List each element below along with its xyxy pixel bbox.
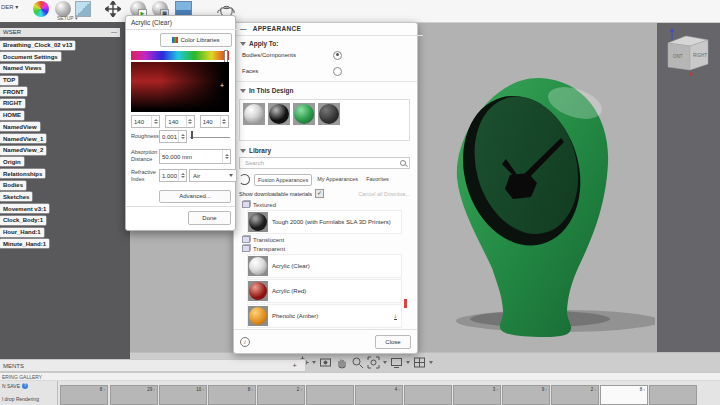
color-picker-marker[interactable]: + [220,83,226,89]
spinner-arrows[interactable] [178,131,186,142]
apply-option[interactable]: Faces [242,66,342,76]
browser-item[interactable]: ⚙ Sketches [0,192,32,201]
chevron-down-icon[interactable] [429,361,433,364]
browser-item[interactable]: ⚙ NamedView_2 [0,146,46,155]
browser-item[interactable]: ⚙ Relationships [0,169,45,178]
library-category[interactable]: Transparent [239,244,410,253]
library-tab[interactable]: Favorites [363,174,392,186]
viewports-icon[interactable] [413,356,426,369]
chevron-down-icon[interactable] [383,361,387,364]
spinner-arrows[interactable] [151,116,159,127]
library-tab[interactable]: Fusion Appearances [254,174,312,186]
browser-item[interactable]: ⚙ Hour_Hand:1 [0,228,44,237]
done-button[interactable]: Done [188,211,231,225]
gallery-thumb[interactable]: 8 [60,385,108,405]
add-comment-button[interactable]: + [292,360,297,372]
radio-button[interactable] [333,51,342,60]
medium-dropdown[interactable]: Air [189,169,237,182]
saturation-value-picker[interactable]: + [131,62,229,112]
roughness-slider-handle[interactable] [191,131,193,139]
advanced-button[interactable]: Advanced... [159,190,231,203]
rendering-gallery-header[interactable]: ERING GALLERY [0,372,720,381]
library-item[interactable]: Phenolic (Amber) ↓ [247,304,402,328]
gallery-thumb[interactable]: 10 [159,385,207,405]
hue-strip[interactable] [131,51,229,60]
look-at-icon[interactable] [319,356,332,369]
radio-button[interactable] [333,67,342,76]
color-libraries-button[interactable]: Color Libraries [160,33,232,47]
gallery-thumb[interactable] [404,385,452,405]
spinner-arrows[interactable] [178,170,186,181]
fit-icon[interactable] [367,356,380,369]
apply-option[interactable]: Bodies/Components [242,50,342,60]
browser-collapse-icon[interactable]: — [111,28,117,37]
appearance-panel-header[interactable]: — APPEARANCE [234,23,423,36]
library-category[interactable]: Textured [239,200,410,209]
browser-panel-header[interactable]: WSER — [0,28,120,37]
browser-item[interactable]: ⚙ Origin [0,157,24,166]
info-icon[interactable]: i [240,337,250,347]
gallery-thumb[interactable] [649,385,697,405]
spinner-arrows[interactable] [222,150,230,163]
download-icon[interactable]: ↓ [394,312,398,320]
browser-item[interactable]: ⚙ Clock_Body:1 [0,216,46,225]
refresh-icon[interactable] [239,174,250,185]
pivot-move-icon[interactable] [105,1,121,17]
comments-tab[interactable]: MENTS [0,363,24,369]
browser-item[interactable]: ⚙ RIGHT [0,99,25,108]
rgb-value[interactable]: 140 [201,119,220,125]
help-icon[interactable]: ? [22,383,28,389]
library-category[interactable]: Translucent [239,235,410,244]
pan-icon[interactable] [335,356,348,369]
browser-item[interactable]: ⚙ Named Views [0,64,45,73]
library-item[interactable]: Acrylic (Clear) ↓ [247,254,402,278]
browser-item[interactable]: ⚙ FRONT [0,87,27,96]
absorption-distance-input[interactable]: 50.000 mm [159,149,231,164]
browser-item[interactable]: ⚙ Bodies [0,181,26,190]
spinner-arrows[interactable] [186,116,194,127]
gallery-thumb[interactable]: 9 [502,385,550,405]
workspace-selector[interactable]: DER ▾ [1,3,18,10]
gallery-thumb[interactable]: 2 [551,385,599,405]
refractive-index-input[interactable]: 1.000 [159,169,187,182]
spinner-arrows[interactable] [220,116,228,127]
gallery-thumb[interactable]: 8 [208,385,256,405]
rgb-value[interactable]: 140 [132,119,151,125]
browser-item[interactable]: ⚙ Movement v3:1 [0,204,49,213]
dialog-title[interactable]: Acrylic (Clear) [126,16,240,30]
rgb-value-input[interactable]: 140 [200,115,229,128]
library-tab[interactable]: My Appearances [314,174,361,186]
appearance-color-wheel-icon[interactable] [33,1,49,17]
close-button[interactable]: Close [375,335,411,349]
rgb-value-input[interactable]: 140 [165,115,194,128]
acrylic-clear[interactable] [243,103,265,125]
view-cube[interactable]: ONT RIGHT [660,28,714,78]
browser-item[interactable]: ⚙ TOP [0,76,18,85]
green-paint[interactable] [293,103,315,125]
chevron-down-icon[interactable] [312,361,316,364]
browser-item[interactable]: ⚙ Minute_Hand:1 [0,239,49,248]
gallery-thumb[interactable] [306,385,354,405]
library-item[interactable]: Tough 2000 (with Formlabs SLA 3D Printer… [247,210,402,234]
search-input[interactable] [243,159,387,167]
rgb-value[interactable]: 140 [166,119,185,125]
rgb-value-input[interactable]: 140 [131,115,160,128]
downloadable-checkbox[interactable]: ✓ [315,189,324,198]
scrollbar-indicator[interactable] [404,299,407,308]
roughness-input[interactable]: 0.001 [159,130,187,143]
browser-item[interactable]: ⚙ NamedView [0,122,40,131]
black-glossy[interactable] [268,103,290,125]
browser-item[interactable]: ⚙ NamedView_1 [0,134,46,143]
dark-matte[interactable] [318,103,340,125]
chevron-down-icon[interactable] [406,361,410,364]
setup-menu-label[interactable]: SETUP ▾ [57,15,77,21]
browser-item[interactable]: ⚙ Breathing_Clock_02 v13 [0,41,75,50]
zoom-icon[interactable] [351,356,364,369]
gallery-thumb[interactable]: 4 [355,385,403,405]
browser-item[interactable]: ⚙ HOME [0,111,24,120]
display-settings-icon[interactable] [390,356,403,369]
gallery-thumb[interactable]: 29 [110,385,158,405]
roughness-slider[interactable] [190,134,230,138]
gallery-thumb[interactable]: 2 [257,385,305,405]
collapse-icon[interactable]: — [240,25,247,32]
